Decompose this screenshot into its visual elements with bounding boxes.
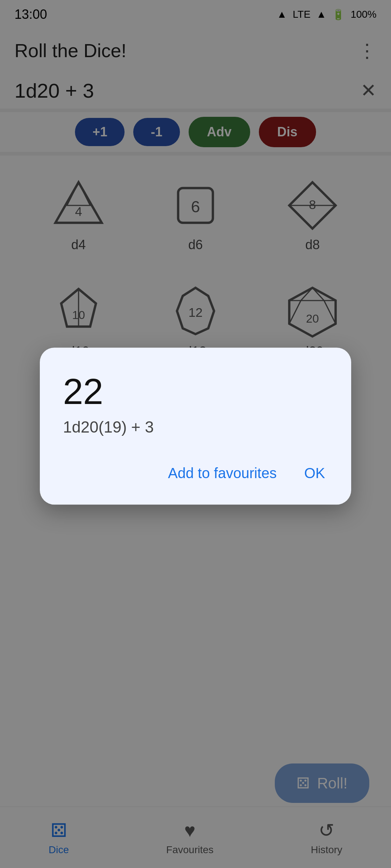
roll-result: 22 (63, 371, 328, 412)
ok-button[interactable]: OK (301, 459, 328, 487)
result-dialog: 22 1d20(19) + 3 Add to favourites OK (40, 348, 351, 505)
roll-formula-breakdown: 1d20(19) + 3 (63, 418, 328, 436)
add-to-favourites-button[interactable]: Add to favourites (165, 459, 279, 487)
dialog-actions: Add to favourites OK (63, 459, 328, 487)
